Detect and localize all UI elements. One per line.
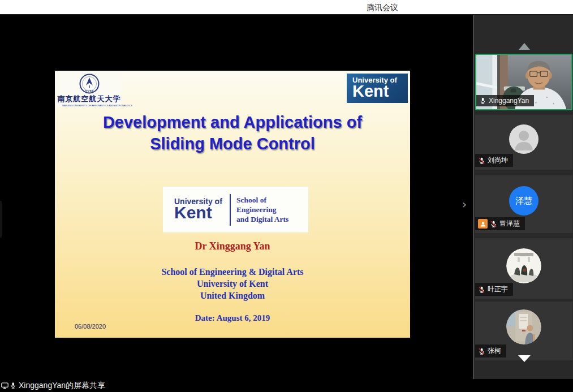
avatar-photo <box>506 248 541 283</box>
mic-muted-icon <box>478 347 485 355</box>
mic-on-icon <box>479 97 486 105</box>
slide-footer-date: 06/08/2020 <box>75 323 106 330</box>
participant-name: 刘尚坤 <box>488 156 508 165</box>
kent-school-logo-text: School of Engineering and Digital Arts <box>236 195 288 224</box>
participant-name: 冒泽慧 <box>499 219 520 229</box>
host-badge-icon <box>478 219 488 229</box>
participant-tile-1[interactable]: XinggangYan <box>475 54 572 110</box>
triangle-down-icon <box>518 355 531 362</box>
school-logo-divider <box>230 194 231 226</box>
avatar-photo <box>506 309 541 344</box>
shared-screen-stage: N U A A 南京航空航天大学 NANJING UNIVERSITY OF A… <box>0 15 473 379</box>
bottom-status-bar: XinggangYan的屏幕共享 <box>0 379 573 392</box>
presentation-slide: N U A A 南京航空航天大学 NANJING UNIVERSITY OF A… <box>55 71 410 338</box>
school-logo-uni-line2: Kent <box>174 203 229 222</box>
meeting-window: 腾讯会议 N U A A 南京航空航天大学 NANJING UNIVERSITY… <box>0 0 573 392</box>
participant-tile-2[interactable]: 刘尚坤 <box>475 115 572 170</box>
kent-logo: University of Kent <box>347 74 408 103</box>
share-status-text: XinggangYan的屏幕共享 <box>19 381 105 391</box>
school-line-1: School of <box>236 195 288 205</box>
affiliation-line-3: United Kingdom <box>55 290 410 301</box>
sidebar-collapse-chevron-icon[interactable]: › <box>459 197 469 212</box>
school-line-2: Engineering <box>236 205 288 214</box>
scroll-down-button[interactable] <box>474 355 573 362</box>
participant-name-label: 叶正宇 <box>475 283 513 296</box>
affiliation-line-1: School of Engineering & Digital Arts <box>55 266 410 278</box>
svg-text:N U A A: N U A A <box>85 89 93 92</box>
triangle-up-icon <box>519 43 530 50</box>
mic-icon <box>10 381 16 390</box>
participant-name: 张柯 <box>488 346 501 356</box>
presenter-name: Dr Xinggang Yan <box>55 240 410 252</box>
avatar-silhouette-icon <box>509 124 538 154</box>
scroll-up-button[interactable] <box>474 43 573 50</box>
participant-tile-4[interactable]: 叶正宇 <box>475 238 572 299</box>
nuaa-name-cn: 南京航空航天大学 <box>57 94 122 104</box>
affiliation-block: School of Engineering & Digital Arts Uni… <box>55 266 410 301</box>
nuaa-emblem-icon: N U A A <box>79 73 100 94</box>
participant-name-label: XinggangYan <box>476 95 534 106</box>
kent-school-logo: University of Kent School of Engineering… <box>163 187 308 232</box>
slide-title-line1: Development and Applications of <box>103 113 362 131</box>
participant-name: XinggangYan <box>489 97 529 105</box>
mic-muted-icon <box>490 220 497 228</box>
participant-name-label: 刘尚坤 <box>475 154 513 167</box>
title-bar: 腾讯会议 <box>0 0 573 15</box>
participants-sidebar: XinggangYan <box>473 15 573 379</box>
participant-name: 叶正宇 <box>488 285 508 294</box>
app-title: 腾讯会议 <box>367 3 398 13</box>
slide-title: Development and Applications ofSliding M… <box>55 111 410 154</box>
participant-name-label: 冒泽慧 <box>475 217 525 230</box>
presentation-date: Date: August 6, 2019 <box>55 313 410 323</box>
mic-muted-icon <box>478 286 485 294</box>
school-line-3: and Digital Arts <box>236 214 288 224</box>
slide-title-line2: Sliding Mode Control <box>150 135 315 153</box>
screen-share-icon <box>1 382 8 389</box>
mic-muted-icon <box>478 157 485 165</box>
avatar-initials-text: 泽慧 <box>515 196 532 206</box>
kent-school-logo-left: University of Kent <box>174 197 229 222</box>
nuaa-logo: N U A A 南京航空航天大学 NANJING UNIVERSITY OF A… <box>57 72 122 107</box>
affiliation-line-2: University of Kent <box>55 278 410 290</box>
avatar-initials: 泽慧 <box>509 186 538 216</box>
kent-logo-wordmark: Kent <box>352 82 408 101</box>
left-edge-handle[interactable] <box>0 201 2 238</box>
participant-tile-3[interactable]: 泽慧 冒泽慧 <box>475 175 572 233</box>
nuaa-caption: NANJING UNIVERSITY OF AERONAUTICS AND AS… <box>62 104 115 107</box>
participant-tile-5[interactable]: 张柯 <box>475 301 572 360</box>
